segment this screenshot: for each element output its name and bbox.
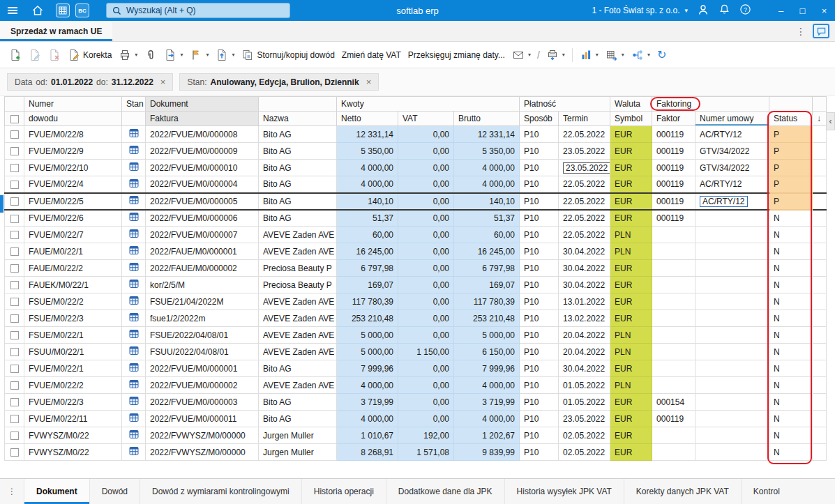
cell-numer-umowy[interactable] — [695, 293, 769, 310]
column-header-numer-umowy[interactable]: Numer umowy — [695, 112, 769, 126]
cell-nazwa[interactable]: AVEVE Zaden AVE — [259, 327, 337, 344]
cell-vat[interactable]: 0,00 — [398, 243, 454, 260]
table-row[interactable]: FSUE/M0/22/1FSUE/2022/04/08/01AVEVE Zade… — [5, 327, 827, 344]
cell-netto[interactable]: 8 268,91 — [337, 444, 398, 461]
cell-stan[interactable] — [122, 227, 146, 243]
cell-numer-umowy[interactable] — [695, 260, 769, 277]
cell-symbol[interactable]: PLN — [610, 377, 652, 394]
cell-brutto[interactable]: 6 150,00 — [454, 344, 520, 360]
bottom-tab-kontrol[interactable]: Kontrol — [741, 479, 792, 504]
table-row[interactable]: FVUE/M0/22/22022/FVUE/M0/000002AVEVE Zad… — [5, 377, 827, 394]
cell-symbol[interactable]: EUR — [610, 277, 652, 293]
home-button[interactable] — [25, 0, 50, 21]
cell-nazwa[interactable]: AVEVE Zaden AVE — [259, 377, 337, 394]
cell-status[interactable]: N — [769, 260, 813, 277]
cell-numer-dowodu[interactable]: FVUE/M0/22/1 — [24, 360, 122, 377]
cell-sposob[interactable]: P10 — [520, 360, 559, 377]
cell-sposob[interactable]: P10 — [520, 344, 559, 360]
cell-netto[interactable]: 4 000,00 — [337, 176, 398, 193]
cell-numer-dowodu[interactable]: FVUE/M0/22/7 — [24, 227, 122, 243]
cell-faktor[interactable]: 000119 — [652, 411, 695, 427]
cell-status[interactable]: N — [769, 310, 813, 327]
cell-faktor[interactable] — [652, 260, 695, 277]
table-row[interactable]: FVUE/M0/22/12022/FVUE/M0/000001Bito AG7 … — [5, 360, 827, 377]
cell-status[interactable]: N — [769, 327, 813, 344]
cell-numer-umowy[interactable] — [695, 310, 769, 327]
tab-overflow-menu[interactable]: ⋮ — [796, 26, 806, 37]
cell-stan[interactable] — [122, 243, 146, 260]
table-row[interactable]: FVUE/M0/22/62022/FVUE/M0/000006Bito AG51… — [5, 210, 827, 227]
table-export-button[interactable]: ▾ — [602, 47, 628, 63]
cell-nazwa[interactable]: AVEVE Zaden AVE — [259, 293, 337, 310]
cell-netto[interactable]: 253 210,48 — [337, 310, 398, 327]
cell-netto[interactable]: 60,00 — [337, 227, 398, 243]
cell-sposob[interactable]: P10 — [520, 176, 559, 193]
cell-vat[interactable]: 0,00 — [398, 411, 454, 427]
cell-netto[interactable]: 51,37 — [337, 210, 398, 227]
chip-remove-icon[interactable]: × — [160, 77, 166, 87]
cell-numer-dowodu[interactable]: FAUEK/M0/22/1 — [24, 277, 122, 293]
table-row[interactable]: FAUE/M0/22/22022/FAUE/M0/000002Preciosa … — [5, 260, 827, 277]
cell-stan[interactable] — [122, 160, 146, 176]
cell-termin[interactable]: 02.05.2022 — [559, 444, 610, 461]
bottom-tab-historia-operacji[interactable]: Historia operacji — [301, 479, 386, 504]
cell-faktura[interactable]: 2022/FVUE/M0/000006 — [146, 210, 259, 227]
cell-termin[interactable]: 22.05.2022 — [559, 193, 610, 210]
cell-numer-dowodu[interactable]: FSUE/M0/22/3 — [24, 310, 122, 327]
cell-symbol[interactable]: PLN — [610, 344, 652, 360]
bottom-tab-historia-wysyłek-jpk-vat[interactable]: Historia wysyłek JPK VAT — [504, 479, 624, 504]
cell-symbol[interactable]: EUR — [610, 360, 652, 377]
cell-termin[interactable]: 13.01.2022 — [559, 293, 610, 310]
table-row[interactable]: FVUE/M0/22/72022/FVUE/M0/000007AVEVE Zad… — [5, 227, 827, 243]
cell-sposob[interactable]: P10 — [520, 126, 559, 143]
row-checkbox[interactable] — [10, 130, 19, 139]
cell-editor[interactable]: 23.05.2022 — [563, 162, 610, 174]
cell-faktor[interactable] — [652, 327, 695, 344]
cell-numer-dowodu[interactable]: FVUE/M0/22/8 — [24, 126, 122, 143]
group-header-numer[interactable]: Numer — [24, 97, 122, 112]
cell-termin[interactable]: 22.05.2022 — [559, 126, 610, 143]
cell-numer-umowy[interactable] — [695, 277, 769, 293]
cell-netto[interactable]: 12 331,14 — [337, 126, 398, 143]
cell-brutto[interactable]: 4 000,00 — [454, 377, 520, 394]
table-row[interactable]: FVUE/M0/22/92022/FVUE/M0/000009Bito AG5 … — [5, 143, 827, 160]
table-row[interactable]: FVWYSZ/M0/222022/FVWYSZ/M0/00000Jurgen M… — [5, 444, 827, 461]
table-row[interactable]: FVWYSZ/M0/222022/FVWYSZ/M0/00000Jurgen M… — [5, 427, 827, 444]
cell-brutto[interactable]: 169,07 — [454, 277, 520, 293]
cell-sposob[interactable]: P10 — [520, 444, 559, 461]
cell-faktura[interactable]: FSUU/2022/04/08/01 — [146, 344, 259, 360]
cell-sposob[interactable]: P10 — [520, 193, 559, 210]
cell-faktor[interactable] — [652, 427, 695, 444]
cell-stan[interactable] — [122, 377, 146, 394]
global-search-input[interactable]: Wyszukaj (Alt + Q) — [106, 3, 290, 18]
row-checkbox[interactable] — [10, 181, 19, 189]
cell-faktor[interactable]: 000119 — [652, 160, 695, 176]
cell-vat[interactable]: 0,00 — [398, 160, 454, 176]
cell-numer-umowy[interactable] — [695, 377, 769, 394]
cell-nazwa[interactable]: Bito AG — [259, 210, 337, 227]
cell-faktura[interactable]: fsue1/2/2022m — [146, 310, 259, 327]
table-row[interactable]: FVUE/M0/22/42022/FVUE/M0/000004Bito AG4 … — [5, 176, 827, 193]
cell-numer-umowy[interactable]: AC/RTY/12 — [695, 176, 769, 193]
table-row[interactable]: FVUE/M0/22/32022/FVUE/M0/000003Bito AG3 … — [5, 394, 827, 411]
row-checkbox[interactable] — [10, 348, 19, 356]
cell-symbol[interactable]: EUR — [610, 176, 652, 193]
cell-brutto[interactable]: 140,10 — [454, 193, 520, 210]
cell-faktura[interactable]: 2022/FVUE/M0/000001 — [146, 360, 259, 377]
send-email-button[interactable]: ▾ — [509, 47, 534, 63]
cell-status[interactable]: N — [769, 210, 813, 227]
document-actions-button[interactable]: ▾ — [160, 47, 186, 63]
cell-nazwa[interactable]: AVEVE Zaden AVE — [259, 227, 337, 243]
cell-stan[interactable] — [122, 344, 146, 360]
cell-netto[interactable]: 7 999,96 — [337, 360, 398, 377]
cell-symbol[interactable]: EUR — [610, 427, 652, 444]
cell-numer-dowodu[interactable]: FSUE/M0/22/1 — [24, 327, 122, 344]
column-header-symbol[interactable]: Symbol — [610, 112, 652, 126]
cell-faktor[interactable]: 000119 — [652, 210, 695, 227]
cell-brutto[interactable]: 7 999,96 — [454, 360, 520, 377]
cell-termin[interactable]: 30.04.2022 — [559, 277, 610, 293]
cell-stan[interactable] — [122, 427, 146, 444]
row-checkbox[interactable] — [10, 164, 19, 172]
cell-brutto[interactable]: 6 797,98 — [454, 260, 520, 277]
comments-button[interactable] — [813, 24, 829, 38]
